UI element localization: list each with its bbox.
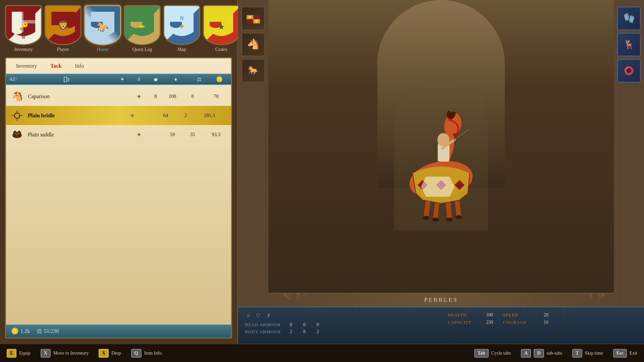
top-tabs: 🔑 Inventory 🦁 [5,5,232,52]
tab-codex-shield: ★ [203,5,240,45]
horse-center-display [268,0,614,293]
courage-label: COURAGE [503,320,530,325]
body-val-3: 2 [314,329,322,335]
key-q: Q [131,349,142,358]
svg-point-32 [423,216,429,220]
svg-point-10 [14,113,20,118]
tab-map[interactable]: ✦ N Map [163,5,200,52]
hotkey-item-info: Q Item Info [131,349,162,358]
horse-name-plate: PEBBLES [268,293,614,307]
item-value-caparison: 70 [204,94,228,99]
col-header-condition: ◆ [147,76,164,82]
sub-tab-inventory[interactable]: Inventory [9,61,44,72]
svg-text:🐎: 🐎 [97,21,109,33]
equip-slot-horse-item2[interactable]: 🐴 [241,33,265,56]
col-header-num: # [130,76,147,82]
tab-horse[interactable]: 🐎 Horse [84,5,121,52]
speed-label: SPEED [503,312,530,318]
sub-tab-tack[interactable]: Tack [44,61,68,72]
item-icon-caparison: 🐴 [9,89,24,104]
item-num-caparison: 8 [147,94,164,99]
svg-text:✦: ✦ [178,22,185,32]
col-header-value: ⚖ [187,76,211,82]
tab-player-label: Player [57,47,69,52]
label-drop: Drop [111,351,121,356]
courage-value: 10 [535,320,548,325]
health-label: HEALTH [448,312,475,318]
svg-point-18 [14,132,20,135]
equip-slot-caparison[interactable] [241,7,265,30]
col-header-category: 🪙 [211,76,228,82]
speed-stat: SPEED 28 [503,312,548,318]
tab-questlog[interactable]: ✒ Quest Log [124,5,161,52]
left-panel: 🔑 Inventory 🦁 [0,0,238,344]
body-val-2: 8 [300,329,309,335]
sort-indicator[interactable]: AZ↑ [9,77,17,82]
tab-questlog-shield: ✒ [124,5,161,45]
item-weight-plain-bridle: 2 [174,113,198,118]
item-equip-plain-saddle: ✦ [130,131,147,139]
equip-slots-left: 🐴 🐎 [238,0,268,307]
hotkey-exit: Esc Exit [613,349,637,358]
weight-stat: ⚖ 51/230 [37,327,59,335]
label-skip-time: Skip time [585,351,603,356]
equip-slots-right: 🧤 🦌 ⭕ [614,0,644,307]
head-val-3: 0 [314,322,322,327]
sub-tabs: Inventory Tack Info [6,58,231,72]
hotkey-equip: E Equip [7,349,31,358]
svg-text:🐴: 🐴 [11,90,23,102]
item-row-caparison[interactable]: 🐴 Caparison ✦ 8 100 8 70 [6,87,231,106]
coin-icon: 🪙 [11,327,18,335]
performance-stats: HEALTH 100 CAPACITY 230 SPEED [448,312,637,335]
item-value-plain-saddle: 93.3 [204,132,228,137]
key-e: E [7,349,16,358]
equip-slot-right-2[interactable]: 🦌 [617,33,641,56]
body-armour-label: BODY ARMOUR [245,329,282,335]
right-hotkeys: Tab Cycle tabs A D sub-tabs T Skip time … [474,349,637,358]
equip-slot-right-1[interactable]: 🧤 [617,7,641,30]
equip-slot-horse-item3[interactable]: 🐎 [241,59,265,82]
svg-point-34 [446,218,453,222]
item-row-plain-bridle[interactable]: Plain bridle ✦ 64 2 185.3 ◄ [6,106,231,125]
main-area: 🔑 Inventory 🦁 [0,0,644,344]
key-esc: Esc [613,349,627,358]
body-armour-values: 2 8 2 [287,329,322,335]
tab-codex[interactable]: ★ Codex [203,5,240,52]
label-item-info: Item Info [144,351,162,356]
key-x-drop: X [99,349,109,358]
svg-point-33 [432,218,439,222]
label-exit: Exit [630,351,637,356]
head-armour-label: HEAD ARMOUR [245,322,282,327]
gold-stat: 🪙 1.2k [11,327,30,335]
body-armour-row: BODY ARMOUR 2 8 2 [245,329,434,335]
hotkey-move-inventory: X Move to Inventory [41,349,89,358]
tab-map-shield: ✦ N [163,5,200,45]
svg-text:🦌: 🦌 [624,39,635,50]
col-header-equip: ✦ [114,76,130,82]
col-header-weight: ♦ [164,76,187,82]
inventory-content: Inventory Tack Info AZ↑ ✦ # ◆ ♦ ⚖ 🪙 [5,57,232,339]
bottom-bar: E Equip X Move to Inventory X Drop Q Ite… [0,344,644,362]
svg-point-35 [455,215,462,219]
tab-player[interactable]: 🦁 Player [45,5,82,52]
item-icon-plain-bridle [9,108,24,123]
sub-tab-info[interactable]: Info [68,61,91,72]
equip-slot-right-3[interactable]: ⭕ [617,59,641,82]
hotkey-skip-time: T Skip time [572,349,603,358]
key-t: T [572,349,582,358]
svg-text:✒: ✒ [139,22,146,31]
armour-stats: ⚔ 🛡 🗡 HEAD ARMOUR 0 0 0 [245,312,434,335]
speed-value: 28 [535,312,548,318]
tab-questlog-label: Quest Log [132,47,152,52]
item-row-plain-saddle[interactable]: Plain saddle ✦ 59 35 93.3 [6,125,231,144]
hotkey-cycle-tabs: Tab Cycle tabs [474,349,511,358]
body-val-1: 2 [287,329,295,335]
item-list: 🐴 Caparison ✦ 8 100 8 70 [6,85,231,324]
gold-amount: 1.2k [20,328,30,334]
inventory-footer: 🪙 1.2k ⚖ 51/230 [6,324,231,338]
item-weight-caparison: 8 [181,94,204,99]
head-armour-values: 0 0 0 [287,322,322,327]
label-move-inventory: Move to Inventory [53,351,89,356]
tab-inventory-label: Inventory [14,47,33,52]
tab-inventory[interactable]: 🔑 Inventory [5,5,42,52]
